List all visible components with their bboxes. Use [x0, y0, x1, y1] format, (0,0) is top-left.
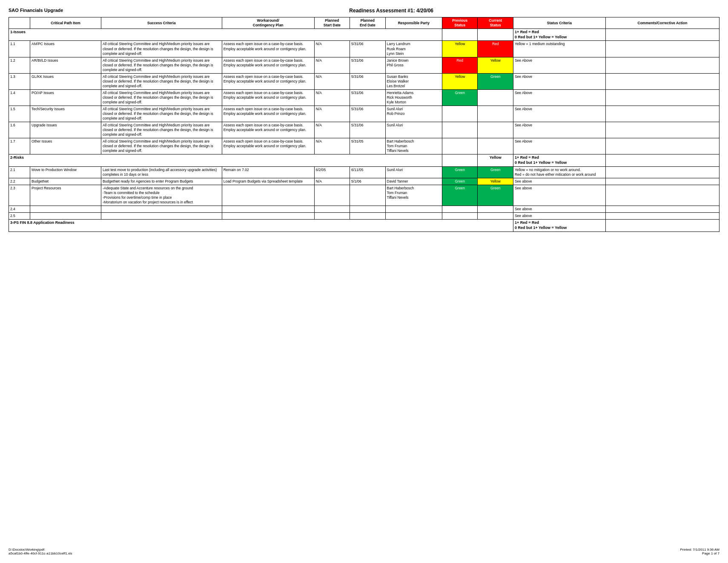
cell-pstart: N/A [314, 178, 350, 185]
section-label: 1-Issues [9, 29, 442, 41]
cell-curr-status: Green [478, 166, 513, 178]
cell-pstart [314, 206, 350, 213]
cell-stat-criteria: See above [513, 213, 605, 220]
col-header-comm: Comments/Corrective Action [605, 17, 719, 29]
section-row-3-PS-FIN: 3-PS FIN 8.8 Application Readiness1+ Red… [9, 220, 719, 231]
cell-pend: 5/31/06 [350, 57, 385, 73]
cell-prev-status [442, 106, 478, 122]
cell-pend: 5/31/06 [350, 41, 385, 57]
col-header-crit: Critical Path Item [30, 17, 101, 29]
cell-succ: All critical Steering Committee and High… [101, 89, 222, 106]
cell-pend: 5/31/06 [350, 106, 385, 122]
cell-num: 1.2 [9, 57, 30, 73]
section-curr-status: Red [478, 29, 513, 41]
col-header-curr: CurrentStatus [478, 17, 513, 29]
cell-comm [605, 122, 719, 138]
cell-work: Assess each open issue on a case-by-case… [222, 106, 314, 122]
table-row: 2.2BudgetNetBudgetNet ready for Agencies… [9, 178, 719, 185]
table-row: 2.4See above [9, 206, 719, 213]
cell-crit [30, 213, 101, 220]
cell-num: 1.6 [9, 122, 30, 138]
cell-curr-status [478, 89, 513, 106]
cell-work: Load Program Budgets via Spreadsheet tem… [222, 178, 314, 185]
cell-pend: 5/31/05 [350, 138, 385, 154]
cell-resp: Sunil Aluri Rob Prinzo [385, 106, 442, 122]
cell-stat-criteria: See Above [513, 89, 605, 106]
section-stat-criteria: 1+ Red = Red 0 Red but 1+ Yellow = Yello… [513, 29, 605, 41]
cell-work: Assess each open issue on a case-by-case… [222, 89, 314, 106]
cell-crit: Move to Production Window [30, 166, 101, 178]
col-header-work: Workaround/Contingency Plan [222, 17, 314, 29]
cell-resp: Susan Banks Eloise Walker Les Brotzel [385, 73, 442, 89]
cell-resp [385, 206, 442, 213]
cell-comm [605, 73, 719, 89]
table-row: 1.6Upgrade IssuesAll critical Steering C… [9, 122, 719, 138]
cell-succ: All critical Steering Committee and High… [101, 122, 222, 138]
cell-stat-criteria: See Above [513, 73, 605, 89]
table-row: 2.3Project Resources-Adequate State and … [9, 185, 719, 206]
section-stat-criteria: 1+ Red = Red 0 Red but 1+ Yellow = Yello… [513, 220, 605, 231]
cell-resp: Henrietta Adams Rick Housworth Kyle Mort… [385, 89, 442, 106]
cell-comm [605, 106, 719, 122]
cell-succ: All critical Steering Committee and High… [101, 41, 222, 57]
cell-num: 2.4 [9, 206, 30, 213]
section-curr-status: Yellow [478, 154, 513, 166]
cell-crit: AM/PC Issues [30, 41, 101, 57]
cell-succ: All critical Steering Committee and High… [101, 57, 222, 73]
cell-num: 1.1 [9, 41, 30, 57]
cell-pstart: N/A [314, 41, 350, 57]
page: SAO Financials Upgrade Readiness Assessm… [0, 0, 728, 563]
cell-num: 2.1 [9, 166, 30, 178]
cell-pstart: N/A [314, 122, 350, 138]
cell-pstart: N/A [314, 106, 350, 122]
cell-stat-criteria: See Above [513, 122, 605, 138]
col-header-prev: PreviousStatus [442, 17, 478, 29]
cell-curr-status: Green [478, 185, 513, 206]
cell-num: 1.7 [9, 138, 30, 154]
section-prev-status: Green [442, 154, 478, 166]
cell-num: 2.3 [9, 185, 30, 206]
title-left: SAO Financials Upgrade [9, 8, 63, 13]
section-prev-status: Red [442, 29, 478, 41]
cell-curr-status [478, 213, 513, 220]
cell-pstart: N/A [314, 57, 350, 73]
cell-succ: Last test move to production (including … [101, 166, 222, 178]
cell-comm [605, 185, 719, 206]
cell-resp [385, 213, 442, 220]
cell-resp: David Tanner [385, 178, 442, 185]
cell-crit: GL/KK Issues [30, 73, 101, 89]
table-row: 1.3GL/KK IssuesAll critical Steering Com… [9, 73, 719, 89]
footer-left: D:\Docstoc\Working\pdf: a5caf1b0-4ffe-40… [9, 548, 72, 555]
page-header: SAO Financials Upgrade Readiness Assessm… [9, 8, 719, 14]
cell-work: Assess each open issue on a case-by-case… [222, 138, 314, 154]
cell-prev-status [442, 122, 478, 138]
cell-pstart: N/A [314, 138, 350, 154]
col-header-stat: Status Criteria [513, 17, 605, 29]
cell-pstart: 6/2/05 [314, 166, 350, 178]
cell-succ [101, 213, 222, 220]
section-row-1-Issues: 1-IssuesRedRed1+ Red = Red 0 Red but 1+ … [9, 29, 719, 41]
cell-resp: Sunil Aluri [385, 166, 442, 178]
cell-prev-status: Yellow [442, 73, 478, 89]
title-center: Readiness Assessment #1: 4/20/06 [63, 8, 719, 14]
cell-pstart [314, 185, 350, 206]
cell-resp: Bart Haberbosch Tom Fruman Tiffani Nevel… [385, 138, 442, 154]
cell-comm [605, 41, 719, 57]
cell-num: 1.3 [9, 73, 30, 89]
cell-prev-status: Green [442, 185, 478, 206]
cell-work [222, 185, 314, 206]
cell-work [222, 213, 314, 220]
cell-crit: BudgetNet [30, 178, 101, 185]
section-label: 2-Risks [9, 154, 442, 166]
col-header-pstart: PlannedStart Date [314, 17, 350, 29]
table-row: 2.5See above [9, 213, 719, 220]
cell-curr-status [478, 138, 513, 154]
cell-prev-status [442, 213, 478, 220]
cell-stat-criteria: See Above [513, 138, 605, 154]
cell-work: Remain on 7.02 [222, 166, 314, 178]
cell-pstart: N/A [314, 73, 350, 89]
cell-work: Assess each open issue on a case-by-case… [222, 41, 314, 57]
cell-stat-criteria: See above [513, 178, 605, 185]
section-comm [605, 154, 719, 166]
cell-work: Assess each open issue on a case-by-case… [222, 122, 314, 138]
